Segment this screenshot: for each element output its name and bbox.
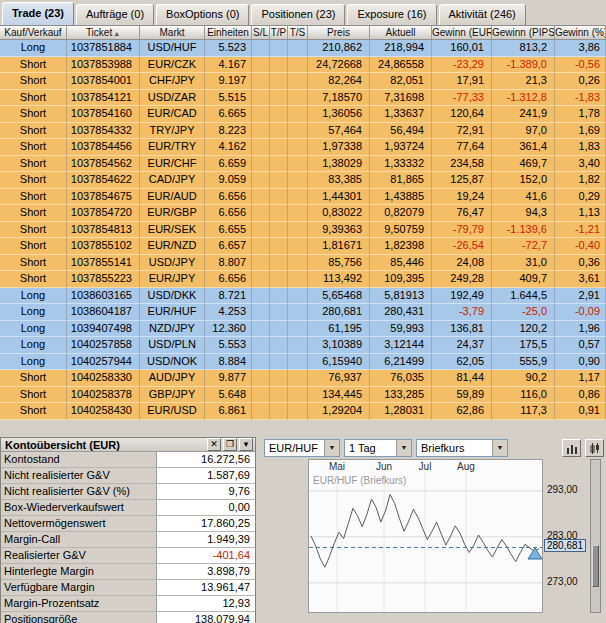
x-axis-label: Jul xyxy=(419,461,432,472)
column-header[interactable]: T/P xyxy=(270,26,288,39)
period-select[interactable]: 1 Tag ▼ xyxy=(344,439,412,457)
cell xyxy=(270,321,288,338)
column-header[interactable]: S/L xyxy=(252,26,270,39)
cell: 1037854160 xyxy=(67,106,140,123)
account-row: Nettovermögenswert17.860,25 xyxy=(1,516,255,532)
account-row: Box-Wiederverkaufswert0,00 xyxy=(1,500,255,516)
vertical-scrollbar[interactable] xyxy=(590,459,601,613)
cell xyxy=(288,387,308,404)
table-row[interactable]: Short1037853988EUR/CZK4.16724,7266824,86… xyxy=(0,57,606,74)
cell xyxy=(288,304,308,321)
chart-toolbar: EUR/HUF ▼ 1 Tag ▼ Briefkurs ▼ xyxy=(262,437,606,459)
cell xyxy=(252,403,270,420)
cell xyxy=(252,354,270,371)
cell: Short xyxy=(0,172,67,189)
cell: Short xyxy=(0,403,67,420)
tab-aufträge[interactable]: Aufträge (0) xyxy=(76,4,154,25)
cell: 234,58 xyxy=(432,156,492,173)
cell: 8.721 xyxy=(205,288,252,305)
table-row[interactable]: Long1037851884USD/HUF5.523210,862218,994… xyxy=(0,40,606,57)
table-row[interactable]: Short1040258430EUR/USD6.8611,292041,2803… xyxy=(0,403,606,420)
account-row-label: Hinterlegte Margin xyxy=(1,564,157,579)
table-row[interactable]: Short1037854332TRY/JPY8.22357,46456,4947… xyxy=(0,123,606,140)
symbol-select[interactable]: EUR/HUF ▼ xyxy=(264,439,340,457)
column-header[interactable]: Markt xyxy=(140,26,205,39)
cell: -0,40 xyxy=(555,238,606,255)
candle-chart-button[interactable] xyxy=(585,439,604,457)
price-type-select[interactable]: Briefkurs ▼ xyxy=(416,439,508,457)
chart-plot[interactable]: EUR/HUF (Briefkurs) MaiJunJulAug xyxy=(308,459,543,613)
cell: 1037854332 xyxy=(67,123,140,140)
column-header[interactable]: Preis xyxy=(308,26,370,39)
cell: 1,17 xyxy=(555,370,606,387)
tab-exposure[interactable]: Exposure (16) xyxy=(347,4,436,25)
trade-rows: Long1037851884USD/HUF5.523210,862218,994… xyxy=(0,40,606,420)
cell: EUR/CZK xyxy=(140,57,205,74)
cell: 1,93724 xyxy=(370,139,432,156)
bar-chart-button[interactable] xyxy=(562,439,581,457)
table-row[interactable]: Short1037854720EUR/GBP6.6560,830220,8207… xyxy=(0,205,606,222)
table-row[interactable]: Short1037855223EUR/JPY6.656113,492109,39… xyxy=(0,271,606,288)
cell: 82,264 xyxy=(308,73,370,90)
column-header[interactable]: Gewinn (EUR) xyxy=(432,26,492,39)
x-axis-label: Mai xyxy=(329,461,345,472)
cell: USD/JPY xyxy=(140,255,205,272)
cell: 120,2 xyxy=(492,321,555,338)
cell: EUR/HUF xyxy=(140,304,205,321)
table-row[interactable]: Short1037854622CAD/JPY9.05983,38581,8651… xyxy=(0,172,606,189)
cell xyxy=(288,403,308,420)
table-row[interactable]: Short1037855102EUR/NZD6.6571,816711,8239… xyxy=(0,238,606,255)
cell xyxy=(252,57,270,74)
cell: 9.059 xyxy=(205,172,252,189)
menu-arrow-icon[interactable]: ▾ xyxy=(239,438,253,451)
account-titlebar: Kontoübersicht (EUR) ✕ ❐ ▾ xyxy=(1,438,255,452)
table-row[interactable]: Long1038604187EUR/HUF4.253280,681280,431… xyxy=(0,304,606,321)
table-row[interactable]: Long1039407498NZD/JPY12.36061,19559,9931… xyxy=(0,321,606,338)
cell xyxy=(288,106,308,123)
cell: 134,445 xyxy=(308,387,370,404)
tab-bar: Trade (23)Aufträge (0)BoxOptions (0)Posi… xyxy=(0,0,606,25)
column-header[interactable]: Aktuell xyxy=(370,26,432,39)
table-row[interactable]: Short1037854813EUR/SEK6.6559,393639,5075… xyxy=(0,222,606,239)
tab-positionen[interactable]: Positionen (23) xyxy=(251,4,345,25)
table-row[interactable]: Short1037855141USD/JPY8.80785,75685,4462… xyxy=(0,255,606,272)
tab-aktivität[interactable]: Aktivität (246) xyxy=(439,4,526,25)
popout-icon[interactable]: ❐ xyxy=(223,438,237,451)
cell: 81,44 xyxy=(432,370,492,387)
cell: 6.655 xyxy=(205,222,252,239)
column-header[interactable]: Gewinn (%) xyxy=(555,26,606,39)
table-row[interactable]: Short1040258378GBP/JPY5.648134,445133,28… xyxy=(0,387,606,404)
table-row[interactable]: Long1038603165USD/DKK8.7215,654685,81913… xyxy=(0,288,606,305)
cell xyxy=(288,57,308,74)
close-icon[interactable]: ✕ xyxy=(207,438,221,451)
table-row[interactable]: Short1037854121USD/ZAR5.5157,185707,3169… xyxy=(0,90,606,107)
cell: 5.648 xyxy=(205,387,252,404)
column-header[interactable]: Kauf/Verkauf xyxy=(0,26,67,39)
x-axis-label: Aug xyxy=(457,461,475,472)
column-header[interactable]: Einheiten xyxy=(205,26,252,39)
table-row[interactable]: Short1037854456EUR/TRY4.1621,973381,9372… xyxy=(0,139,606,156)
column-header[interactable]: T/S xyxy=(288,26,308,39)
cell: 1,96 xyxy=(555,321,606,338)
table-row[interactable]: Short1037854675EUR/AUD6.6561,443011,4388… xyxy=(0,189,606,206)
column-header[interactable]: Gewinn (PIPS) xyxy=(492,26,555,39)
table-row[interactable]: Short1037854001CHF/JPY9.19782,26482,0511… xyxy=(0,73,606,90)
cell: 21,3 xyxy=(492,73,555,90)
table-row[interactable]: Short1037854562EUR/CHF6.6591,380291,3333… xyxy=(0,156,606,173)
column-header[interactable]: Ticket▲ xyxy=(67,26,140,39)
account-row: Nicht realisierter G&V (%)9,76 xyxy=(1,484,255,500)
table-row[interactable]: Short1040258330AUD/JPY9.87776,93776,0358… xyxy=(0,370,606,387)
table-row[interactable]: Long1040257858USD/PLN5.5533,103893,12144… xyxy=(0,337,606,354)
table-row[interactable]: Short1037854160EUR/CAD6.6651,360561,3363… xyxy=(0,106,606,123)
cell: 94,3 xyxy=(492,205,555,222)
account-row: Kontostand16.272,56 xyxy=(1,452,255,468)
account-row: Margin-Prozentsatz12,93 xyxy=(1,596,255,612)
account-row-label: Verfügbare Margin xyxy=(1,580,157,595)
cell: 1,29204 xyxy=(308,403,370,420)
cell: 85,756 xyxy=(308,255,370,272)
scrollbar-thumb[interactable] xyxy=(592,545,599,587)
tab-boxoptions[interactable]: BoxOptions (0) xyxy=(156,4,249,25)
account-row-value: -401,64 xyxy=(157,548,255,563)
table-row[interactable]: Long1040257944USD/NOK8.8846,159406,21499… xyxy=(0,354,606,371)
tab-trade[interactable]: Trade (23) xyxy=(2,2,74,25)
